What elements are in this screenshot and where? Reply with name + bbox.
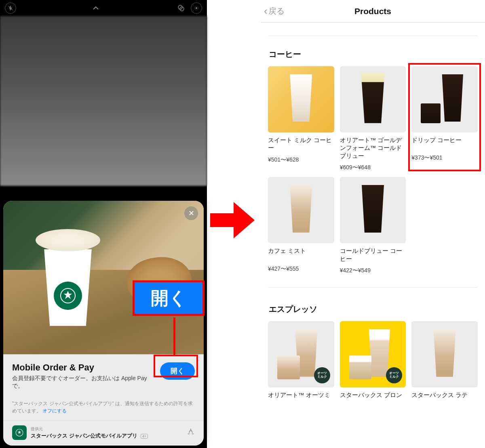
espresso-grid: オーツミルク オリアート™ オーツミ オーツミルク スターバックス ブロン <box>268 321 478 405</box>
notification-permission-text: "スターバックス ジャパン公式モバイルアプリ" は、通知を送信するための許可を求… <box>3 394 204 420</box>
starbucks-app-icon <box>12 425 27 440</box>
product-card[interactable]: オーツミルク スターバックス ブロン <box>340 321 406 405</box>
open-button-highlight <box>154 355 198 377</box>
product-card[interactable]: オリアート™ ゴールデンフォーム™ コールドブリュー ¥609〜¥648 <box>340 66 406 171</box>
starbucks-logo-icon <box>54 282 82 310</box>
product-thumb <box>340 177 406 243</box>
close-button[interactable]: ✕ <box>184 206 198 220</box>
product-price: ¥422〜¥549 <box>340 267 406 274</box>
divider <box>268 287 478 288</box>
app-clip-provider-row[interactable]: 提供元 スターバックス ジャパン公式モバイルアプリ 4+ <box>3 420 204 446</box>
svg-point-2 <box>196 7 197 9</box>
product-thumb: オーツミルク <box>340 321 406 387</box>
chevron-left-icon: ‹ <box>264 5 268 17</box>
product-price: ¥373〜¥501 <box>411 154 478 162</box>
product-name: ドリップ コーヒー <box>411 137 478 151</box>
turn-off-link[interactable]: オフにする <box>42 408 67 414</box>
provider-name: スターバックス ジャパン公式モバイルアプリ <box>31 433 137 439</box>
products-screen: ‹ 戻る Products コーヒー スイート ミルク コーヒー ¥501〜¥6… <box>261 0 485 448</box>
coffee-grid: スイート ミルク コーヒー ¥501〜¥628 オリアート™ ゴールデンフォーム… <box>268 66 478 274</box>
provider-label: 提供元 <box>31 426 148 432</box>
product-name: コールドブリュー コーヒー <box>340 247 406 263</box>
product-name: オリアート™ オーツミ <box>268 391 334 406</box>
product-price: ¥427〜¥555 <box>268 265 334 273</box>
product-name: オリアート™ ゴールデンフォーム™ コールドブリュー <box>340 137 406 160</box>
back-button[interactable]: ‹ 戻る <box>264 5 285 17</box>
product-card[interactable]: スターバックス ラテ <box>411 321 478 405</box>
section-title-espresso: エスプレッソ <box>269 304 478 315</box>
product-name: スターバックス ラテ <box>411 391 478 406</box>
page-title: Products <box>261 6 485 16</box>
product-thumb: オーツミルク <box>268 321 334 387</box>
chevron-up-icon[interactable] <box>90 2 101 14</box>
close-icon: ✕ <box>188 209 194 218</box>
nav-header: ‹ 戻る Products <box>261 0 485 23</box>
product-price: ¥609〜¥648 <box>340 164 406 171</box>
transition-arrow-icon <box>210 202 255 238</box>
camera-top-bar <box>0 0 207 16</box>
filters-icon[interactable] <box>175 2 187 14</box>
product-thumb <box>268 177 334 243</box>
product-card[interactable]: オーツミルク オリアート™ オーツミ <box>268 321 334 405</box>
product-card[interactable]: スイート ミルク コーヒー ¥501〜¥628 <box>268 66 334 171</box>
open-callout-label: 開く <box>133 280 205 316</box>
product-thumb <box>411 321 478 387</box>
live-photo-icon[interactable] <box>191 2 202 14</box>
product-card-highlighted[interactable]: ドリップ コーヒー ¥373〜¥501 <box>408 63 481 171</box>
product-name: スターバックス ブロン <box>340 391 406 406</box>
product-thumb <box>411 66 478 133</box>
product-name: スイート ミルク コーヒー <box>268 137 334 152</box>
oat-milk-badge: オーツミルク <box>386 367 402 383</box>
appstore-icon[interactable] <box>187 428 195 437</box>
age-rating-badge: 4+ <box>141 434 148 439</box>
product-card[interactable]: カフェ ミスト ¥427〜¥555 <box>268 177 334 274</box>
callout-connector-line <box>173 318 175 355</box>
oat-milk-badge: オーツミルク <box>314 367 330 383</box>
flash-off-icon[interactable] <box>5 2 16 14</box>
product-thumb <box>268 66 334 133</box>
product-price: ¥501〜¥628 <box>268 156 334 164</box>
product-name: カフェ ミスト <box>268 247 334 261</box>
product-card[interactable]: コールドブリュー コーヒー ¥422〜¥549 <box>340 177 406 274</box>
section-title-coffee: コーヒー <box>269 49 478 60</box>
camera-blur-background <box>0 16 207 186</box>
appclip-screen: ✕ Mobile Order & Pay 会員登録不要ですぐオーダー。お支払いは… <box>0 0 207 448</box>
app-clip-description: 会員登録不要ですぐオーダー。お支払いは Apple Pay で。 <box>12 374 155 390</box>
app-clip-title: Mobile Order & Pay <box>12 362 155 373</box>
divider <box>268 36 478 36</box>
product-thumb <box>340 66 406 133</box>
